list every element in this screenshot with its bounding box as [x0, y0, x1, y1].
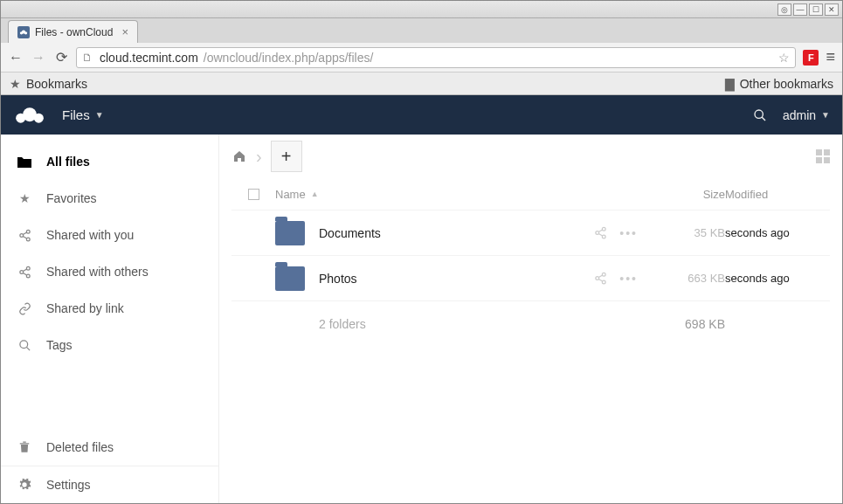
sidebar: All files ★ Favorites Shared with you Sh…	[1, 135, 219, 503]
url-host: cloud.tecmint.com	[100, 51, 198, 65]
maximize-button[interactable]: ☐	[809, 3, 823, 16]
owncloud-logo[interactable]	[13, 106, 46, 125]
sidebar-item-deleted-files[interactable]: Deleted files	[1, 429, 218, 466]
file-modified: seconds ago	[725, 272, 830, 285]
share-icon[interactable]	[594, 272, 607, 286]
user-menu-button[interactable]: ◎	[777, 3, 791, 16]
file-name: Photos	[319, 272, 357, 286]
summary-text: 2 folders	[319, 317, 366, 331]
app-header: Files ▼ admin ▼	[1, 95, 842, 135]
grid-view-toggle[interactable]	[816, 149, 830, 163]
svg-point-18	[19, 340, 27, 348]
star-icon: ★	[10, 77, 21, 91]
star-icon: ★	[17, 191, 32, 205]
svg-rect-22	[816, 157, 822, 163]
svg-point-24	[603, 227, 606, 231]
bookmarks-label[interactable]: Bookmarks	[26, 77, 87, 91]
sidebar-item-label: All files	[46, 155, 90, 169]
user-menu[interactable]: admin ▼	[783, 108, 830, 122]
address-bar[interactable]: 🗋 cloud.tecmint.com/owncloud/index.php/a…	[76, 47, 796, 68]
svg-line-7	[762, 117, 765, 121]
sidebar-item-settings[interactable]: Settings	[1, 466, 218, 503]
table-summary: 2 folders 698 KB	[231, 300, 830, 346]
svg-point-25	[596, 231, 599, 234]
svg-point-8	[26, 230, 30, 233]
search-icon[interactable]	[753, 108, 767, 122]
close-tab-icon[interactable]: ×	[121, 25, 128, 38]
summary-size: 698 KB	[646, 317, 725, 331]
owncloud-favicon	[17, 26, 30, 38]
other-bookmarks-label[interactable]: Other bookmarks	[740, 77, 833, 91]
browser-tabstrip: Files - ownCloud ×	[1, 18, 842, 43]
app-selector[interactable]: Files ▼	[62, 107, 104, 122]
svg-line-27	[599, 230, 603, 232]
sidebar-item-label: Shared by link	[46, 301, 124, 315]
sidebar-item-favorites[interactable]: ★ Favorites	[1, 180, 218, 217]
plus-icon: +	[281, 147, 292, 167]
bookmark-star-icon[interactable]: ☆	[778, 51, 790, 65]
caret-down-icon: ▼	[821, 110, 830, 120]
more-icon[interactable]: •••	[619, 272, 638, 286]
sidebar-item-shared-with-you[interactable]: Shared with you	[1, 217, 218, 253]
forward-button[interactable]: →	[31, 50, 46, 66]
svg-point-10	[26, 238, 30, 241]
sidebar-item-all-files[interactable]: All files	[1, 143, 218, 180]
close-window-button[interactable]: ✕	[825, 3, 839, 16]
sidebar-item-shared-by-link[interactable]: Shared by link	[1, 290, 218, 327]
folder-icon	[275, 266, 305, 291]
more-icon[interactable]: •••	[619, 226, 638, 240]
column-header-name[interactable]: Name ▲	[275, 188, 559, 201]
svg-line-12	[23, 236, 26, 238]
reload-button[interactable]: ⟳	[53, 49, 69, 66]
browser-menu-icon[interactable]: ≡	[826, 48, 835, 66]
breadcrumb-bar: › +	[219, 135, 842, 178]
app-name: Files	[62, 107, 90, 122]
site-info-icon[interactable]: 🗋	[82, 52, 94, 64]
svg-line-16	[23, 269, 26, 272]
minimize-button[interactable]: —	[793, 3, 807, 16]
browser-toolbar: ← → ⟳ 🗋 cloud.tecmint.com/owncloud/index…	[1, 43, 842, 72]
svg-point-5	[34, 113, 44, 122]
svg-point-30	[596, 276, 599, 280]
svg-point-26	[603, 235, 606, 238]
browser-tab[interactable]: Files - ownCloud ×	[8, 20, 138, 43]
svg-point-15	[26, 274, 30, 278]
content-area: › + Name ▲ Size Modified	[219, 135, 842, 503]
sidebar-item-label: Shared with you	[46, 228, 134, 242]
select-all-checkbox[interactable]	[248, 189, 259, 200]
window-titlebar: ◎ — ☐ ✕	[1, 1, 842, 18]
chevron-right-icon: ›	[256, 147, 262, 167]
flipboard-extension-icon[interactable]: F	[803, 50, 819, 66]
file-modified: seconds ago	[725, 226, 830, 239]
table-row[interactable]: Documents ••• 35 KB seconds ago	[231, 210, 830, 255]
link-icon	[17, 302, 32, 315]
home-icon[interactable]	[231, 149, 247, 163]
table-row[interactable]: Photos ••• 663 KB seconds ago	[231, 255, 830, 300]
trash-icon	[17, 440, 32, 454]
column-header-modified[interactable]: Modified	[725, 188, 830, 201]
svg-rect-21	[824, 149, 830, 155]
svg-line-28	[599, 233, 603, 236]
svg-point-13	[26, 266, 30, 270]
svg-rect-23	[824, 157, 830, 163]
file-size: 35 KB	[646, 226, 725, 239]
sidebar-item-shared-with-others[interactable]: Shared with others	[1, 253, 218, 290]
svg-line-19	[26, 347, 30, 350]
new-button[interactable]: +	[271, 141, 302, 172]
file-name: Documents	[319, 226, 381, 240]
svg-line-17	[23, 273, 26, 275]
url-path: /owncloud/index.php/apps/files/	[204, 51, 374, 65]
column-header-size[interactable]: Size	[646, 188, 725, 201]
sidebar-item-label: Settings	[46, 478, 91, 492]
svg-point-6	[755, 110, 763, 118]
share-icon[interactable]	[594, 226, 607, 240]
file-table: Name ▲ Size Modified Documents ••• 35	[219, 178, 842, 346]
svg-point-2	[24, 31, 27, 34]
sidebar-item-label: Tags	[46, 338, 73, 352]
svg-rect-20	[816, 149, 822, 155]
search-icon	[17, 339, 32, 352]
sidebar-item-tags[interactable]: Tags	[1, 327, 218, 363]
back-button[interactable]: ←	[8, 50, 24, 66]
svg-point-9	[19, 233, 23, 237]
svg-line-32	[599, 275, 603, 278]
